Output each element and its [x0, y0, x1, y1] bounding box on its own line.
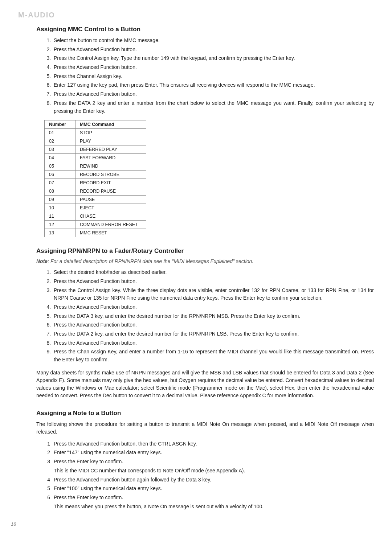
note-text: : For a detailed description of RPN/NRPN…: [48, 258, 253, 264]
cell-number: 05: [45, 162, 75, 171]
note-label: Note: [36, 258, 48, 264]
table-row: 10EJECT: [45, 204, 146, 212]
table-header-row: Number MMC Command: [45, 120, 146, 129]
list-item: Press the Advanced Function button.: [52, 90, 374, 98]
table-row: 11CHASE: [45, 212, 146, 221]
section-mmc-control: Assigning MMC Control to a Button Select…: [36, 26, 374, 237]
step-list: Select the button to control the MMC mes…: [36, 37, 374, 115]
list-item: Press the Advanced Function button.: [52, 278, 374, 286]
cell-command: CHASE: [75, 212, 146, 221]
list-item: Press the Enter key to confirm.This is t…: [43, 458, 374, 475]
note-line: Note: For a detailed description of RPN/…: [36, 258, 374, 264]
page: M-AUDIO Assigning MMC Control to a Butto…: [0, 0, 392, 541]
body-paragraph: Many data sheets for synths make use of …: [36, 369, 374, 399]
cell-command: COMMAND ERROR RESET: [75, 221, 146, 229]
brand-logo: M-AUDIO: [18, 11, 374, 19]
cell-command: MMC RESET: [75, 229, 146, 237]
cell-number: 04: [45, 154, 75, 162]
list-item: Press the DATA 2 key and enter a number …: [52, 99, 374, 115]
list-item: Press the Channel Assign key.: [52, 73, 374, 81]
table-row: 13MMC RESET: [45, 229, 146, 237]
step-text: Press the Advanced Function button again…: [54, 477, 211, 483]
list-item: Enter 127 using the key pad, then press …: [52, 81, 374, 89]
page-number: 18: [11, 521, 374, 527]
step-text: Enter "100" using the numerical data ent…: [54, 485, 162, 491]
list-item: Press the Advanced Function button.: [52, 321, 374, 329]
table-row: 12COMMAND ERROR RESET: [45, 221, 146, 229]
section-title: Assigning MMC Control to a Button: [36, 26, 374, 33]
table-row: 06RECORD STROBE: [45, 171, 146, 179]
table-row: 01STOP: [45, 129, 146, 137]
table-row: 09PAUSE: [45, 196, 146, 204]
cell-number: 07: [45, 179, 75, 187]
list-item: Press the Advanced Function button, then…: [43, 440, 374, 448]
list-item: Press the Control Assign key. Type the n…: [52, 54, 374, 62]
cell-number: 09: [45, 196, 75, 204]
cell-command: FAST FORWARD: [75, 154, 146, 162]
list-item: Select the button to control the MMC mes…: [52, 37, 374, 45]
cell-number: 01: [45, 129, 75, 137]
cell-command: RECORD EXIT: [75, 179, 146, 187]
table-row: 03DEFERRED PLAY: [45, 145, 146, 154]
list-item: Press the Chan Assign Key, and enter a n…: [52, 348, 374, 364]
cell-command: EJECT: [75, 204, 146, 212]
cell-command: REWIND: [75, 162, 146, 171]
cell-number: 06: [45, 171, 75, 179]
table-row: 02PLAY: [45, 137, 146, 145]
content-area: Assigning MMC Control to a Button Select…: [36, 26, 374, 510]
list-item: Press the Advanced Function button.: [52, 63, 374, 71]
cell-command: RECORD STROBE: [75, 171, 146, 179]
cell-number: 10: [45, 204, 75, 212]
step-text: Press the Enter key to confirm.: [54, 459, 123, 464]
table-header-number: Number: [45, 120, 75, 129]
cell-number: 03: [45, 145, 75, 154]
cell-number: 08: [45, 187, 75, 196]
list-item: Press the DATA 2 key, and enter the desi…: [52, 330, 374, 338]
cell-number: 11: [45, 212, 75, 221]
cell-command: PLAY: [75, 137, 146, 145]
cell-number: 02: [45, 137, 75, 145]
table-header-command: MMC Command: [75, 120, 146, 129]
section-rpn-nrpn: Assigning RPN/NRPN to a Fader/Rotary Con…: [36, 247, 374, 399]
list-item: Enter "100" using the numerical data ent…: [43, 485, 374, 493]
list-item: Press the Advanced Function button.: [52, 46, 374, 54]
cell-command: STOP: [75, 129, 146, 137]
step-text: Enter "147" using the numerical data ent…: [54, 450, 162, 455]
table-row: 07RECORD EXIT: [45, 179, 146, 187]
list-item: Press the Control Assign key. While the …: [52, 287, 374, 302]
list-item: Press the Advanced Function button.: [52, 303, 374, 311]
cell-command: DEFERRED PLAY: [75, 145, 146, 154]
table-row: 08RECORD PAUSE: [45, 187, 146, 196]
section-title: Assigning RPN/NRPN to a Fader/Rotary Con…: [36, 247, 374, 255]
list-item: Press the Advanced Function button.: [52, 339, 374, 347]
table-row: 05REWIND: [45, 162, 146, 171]
list-item: Press the DATA 3 key, and enter the desi…: [52, 312, 374, 320]
list-item: Press the Enter key to confirm.This mean…: [43, 494, 374, 510]
list-item: Press the Advanced Function button again…: [43, 476, 374, 484]
section-note-button: Assigning a Note to a Button The followi…: [36, 410, 374, 511]
mmc-command-table: Number MMC Command 01STOP02PLAY03DEFERRE…: [44, 120, 146, 237]
list-item: Enter "147" using the numerical data ent…: [43, 449, 374, 457]
intro-paragraph: The following shows the procedure for se…: [36, 420, 374, 436]
step-list: Select the desired knob/fader as describ…: [36, 268, 374, 364]
section-title: Assigning a Note to a Button: [36, 410, 374, 417]
cell-number: 12: [45, 221, 75, 229]
list-item: Select the desired knob/fader as describ…: [52, 268, 374, 276]
table-row: 04FAST FORWARD: [45, 154, 146, 162]
step-list: Press the Advanced Function button, then…: [36, 440, 374, 511]
cell-command: PAUSE: [75, 196, 146, 204]
cell-command: RECORD PAUSE: [75, 187, 146, 196]
step-text: Press the Enter key to confirm.: [54, 495, 123, 500]
cell-number: 13: [45, 229, 75, 237]
step-subnote: This is the MIDI CC number that correspo…: [54, 467, 374, 475]
step-text: Press the Advanced Function button, then…: [54, 441, 197, 447]
step-subnote: This means when you press the button, a …: [54, 503, 374, 511]
